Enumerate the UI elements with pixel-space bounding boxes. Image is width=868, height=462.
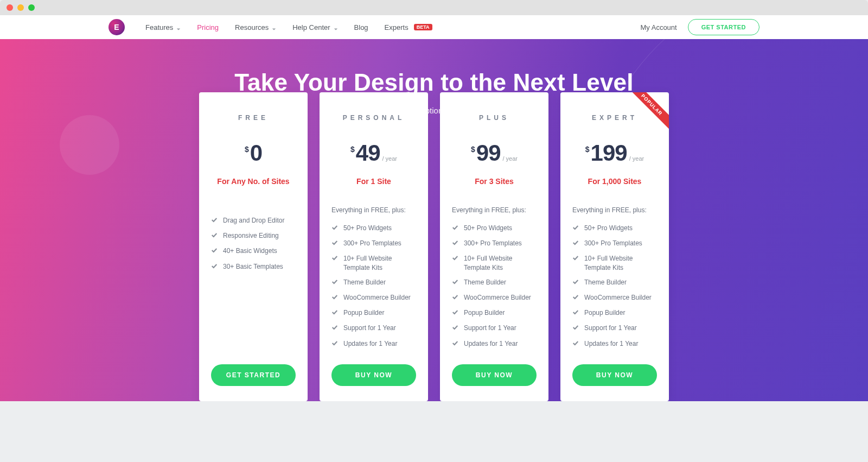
check-icon bbox=[331, 294, 338, 302]
plan-features: 50+ Pro Widgets300+ Pro Templates10+ Ful… bbox=[331, 224, 416, 355]
feature-text: 300+ Pro Templates bbox=[464, 239, 522, 248]
nav-item-features[interactable]: Features bbox=[145, 23, 181, 31]
nav-item-label: Help Center bbox=[292, 23, 330, 31]
window-close-icon[interactable] bbox=[7, 4, 13, 11]
feature-item: 300+ Pro Templates bbox=[331, 239, 416, 248]
check-icon bbox=[211, 247, 218, 256]
check-icon bbox=[572, 224, 579, 233]
nav-item-experts[interactable]: ExpertsBETA bbox=[385, 23, 432, 31]
feature-text: 50+ Pro Widgets bbox=[343, 224, 392, 232]
check-icon bbox=[331, 239, 338, 248]
window-maximize-icon[interactable] bbox=[28, 4, 35, 11]
feature-text: 300+ Pro Templates bbox=[343, 239, 401, 248]
feature-item: 10+ Full Website Template Kits bbox=[452, 254, 537, 271]
plan-tagline: For Any No. of Sites bbox=[211, 177, 296, 186]
check-icon bbox=[331, 255, 338, 263]
feature-text: 300+ Pro Templates bbox=[584, 239, 642, 248]
check-icon bbox=[452, 255, 458, 263]
feature-text: Popup Builder bbox=[464, 308, 505, 317]
check-icon bbox=[452, 279, 458, 287]
nav-links: FeaturesPricingResourcesHelp CenterBlogE… bbox=[145, 23, 641, 31]
feature-item: Popup Builder bbox=[572, 308, 657, 318]
plan-name: EXPERT bbox=[572, 114, 657, 122]
chevron-down-icon bbox=[334, 25, 338, 29]
feature-item: Popup Builder bbox=[331, 308, 416, 318]
check-icon bbox=[211, 232, 218, 241]
price-row: $99/ year bbox=[452, 140, 537, 166]
currency-symbol: $ bbox=[585, 145, 590, 154]
feature-text: Support for 1 Year bbox=[343, 324, 396, 332]
plan-features: 50+ Pro Widgets300+ Pro Templates10+ Ful… bbox=[572, 224, 657, 355]
feature-item: 10+ Full Website Template Kits bbox=[572, 254, 657, 271]
feature-item: WooCommerce Builder bbox=[331, 293, 416, 302]
feature-item: 10+ Full Website Template Kits bbox=[331, 254, 416, 271]
feature-item: Updates for 1 Year bbox=[572, 339, 657, 349]
feature-text: Support for 1 Year bbox=[464, 324, 516, 332]
feature-item: 50+ Pro Widgets bbox=[452, 224, 537, 233]
check-icon bbox=[572, 255, 579, 263]
get-started-button[interactable]: GET STARTED bbox=[688, 19, 760, 35]
price-value: 199 bbox=[591, 140, 627, 166]
plan-name: FREE bbox=[211, 114, 296, 122]
check-icon bbox=[452, 324, 458, 333]
check-icon bbox=[331, 279, 338, 287]
lower-bg bbox=[0, 401, 868, 462]
plan-intro: Everything in FREE, plus: bbox=[452, 206, 537, 214]
plan-name: PLUS bbox=[452, 114, 537, 122]
currency-symbol: $ bbox=[471, 145, 475, 154]
pricing-cards: FREE$0For Any No. of SitesDrag and Drop … bbox=[0, 92, 868, 401]
feature-item: Updates for 1 Year bbox=[452, 339, 537, 349]
nav-item-pricing[interactable]: Pricing bbox=[197, 23, 219, 31]
buy-now-button[interactable]: BUY NOW bbox=[331, 364, 416, 386]
nav-item-label: Experts bbox=[385, 23, 409, 31]
check-icon bbox=[331, 309, 338, 318]
buy-now-button[interactable]: BUY NOW bbox=[572, 364, 657, 386]
pricing-card-personal: PERSONAL$49/ yearFor 1 SiteEverything in… bbox=[320, 92, 428, 401]
feature-text: 30+ Basic Templates bbox=[223, 262, 283, 271]
check-icon bbox=[452, 309, 458, 318]
price-row: $49/ year bbox=[331, 140, 416, 166]
window-minimize-icon[interactable] bbox=[17, 4, 24, 11]
check-icon bbox=[331, 340, 338, 349]
feature-item: 300+ Pro Templates bbox=[572, 239, 657, 248]
feature-text: 50+ Pro Widgets bbox=[464, 224, 512, 232]
check-icon bbox=[572, 309, 579, 318]
plan-features: Drag and Drop EditorResponsive Editing40… bbox=[211, 216, 296, 355]
per-year-label: / year bbox=[503, 155, 518, 162]
feature-text: 10+ Full Website Template Kits bbox=[343, 254, 416, 271]
nav-item-resources[interactable]: Resources bbox=[235, 23, 276, 31]
feature-text: Theme Builder bbox=[464, 278, 506, 287]
plan-name: PERSONAL bbox=[331, 114, 416, 122]
feature-text: Updates for 1 Year bbox=[464, 339, 518, 348]
feature-text: Popup Builder bbox=[584, 308, 625, 317]
check-icon bbox=[211, 217, 218, 225]
nav-item-label: Resources bbox=[235, 23, 269, 31]
my-account-link[interactable]: My Account bbox=[641, 23, 677, 31]
feature-item: Theme Builder bbox=[331, 278, 416, 287]
plan-features: 50+ Pro Widgets300+ Pro Templates10+ Ful… bbox=[452, 224, 537, 355]
plan-intro: Everything in FREE, plus: bbox=[331, 206, 416, 214]
feature-item: Responsive Editing bbox=[211, 231, 296, 241]
popular-ribbon: POPULAR bbox=[623, 92, 669, 134]
check-icon bbox=[572, 239, 579, 248]
feature-item: Drag and Drop Editor bbox=[211, 216, 296, 225]
feature-text: Responsive Editing bbox=[223, 231, 279, 240]
brand-logo[interactable]: E bbox=[108, 19, 125, 35]
feature-item: WooCommerce Builder bbox=[572, 293, 657, 302]
feature-text: Updates for 1 Year bbox=[584, 339, 638, 348]
check-icon bbox=[331, 324, 338, 333]
feature-item: 50+ Pro Widgets bbox=[572, 224, 657, 233]
top-nav: E FeaturesPricingResourcesHelp CenterBlo… bbox=[0, 15, 868, 39]
feature-text: Theme Builder bbox=[343, 278, 386, 287]
buy-now-button[interactable]: BUY NOW bbox=[452, 364, 537, 386]
nav-item-help-center[interactable]: Help Center bbox=[292, 23, 337, 31]
plan-tagline: For 1,000 Sites bbox=[572, 177, 657, 186]
feature-item: Theme Builder bbox=[452, 278, 537, 287]
get-started-plan-button[interactable]: GET STARTED bbox=[211, 364, 296, 386]
feature-item: Support for 1 Year bbox=[331, 324, 416, 333]
nav-item-blog[interactable]: Blog bbox=[354, 23, 368, 31]
feature-item: 50+ Pro Widgets bbox=[331, 224, 416, 233]
plan-tagline: For 3 Sites bbox=[452, 177, 537, 186]
feature-text: Support for 1 Year bbox=[584, 324, 637, 332]
currency-symbol: $ bbox=[245, 145, 249, 154]
